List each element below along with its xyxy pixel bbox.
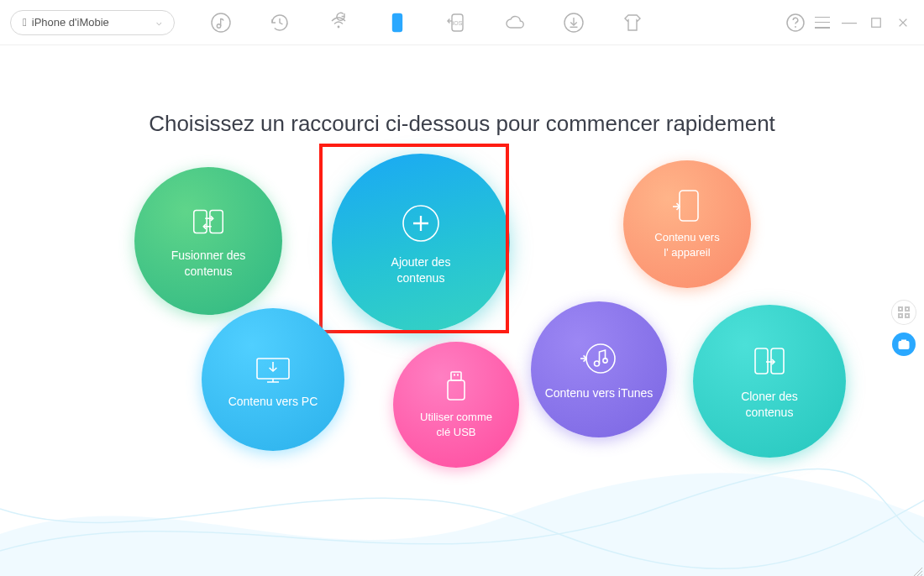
svg-rect-16 [448, 380, 465, 400]
svg-rect-10 [872, 18, 881, 27]
device-selector[interactable]:  iPhone d'iMobie ⌵ [10, 10, 175, 35]
shortcut-usb[interactable]: Utiliser comme clé USB [393, 342, 519, 468]
shortcut-clone[interactable]: Cloner des contenus [693, 305, 846, 458]
svg-rect-13 [680, 191, 698, 221]
toolbar-icons: iOS [208, 10, 645, 35]
chevron-down-icon: ⌵ [156, 17, 162, 28]
view-toggle [892, 301, 916, 356]
shortcut-merge-label: Fusionner des contenus [171, 248, 246, 280]
svg-point-21 [603, 358, 607, 362]
svg-point-19 [586, 344, 615, 373]
toolbar:  iPhone d'iMobie ⌵ iOS [0, 0, 924, 45]
history-icon[interactable] [267, 10, 292, 35]
minimize-button[interactable]: ― [838, 12, 860, 34]
svg-rect-24 [899, 307, 902, 311]
shortcut-to-pc-label: Contenu vers PC [228, 394, 318, 410]
shortcut-add-label: Ajouter des contenus [391, 254, 451, 286]
device-name: iPhone d'iMobie [32, 16, 109, 29]
help-button[interactable] [785, 12, 806, 34]
music-icon[interactable] [208, 10, 234, 35]
usb-icon [444, 369, 469, 403]
to-itunes-icon [579, 338, 619, 379]
shortcut-to-itunes-label: Contenu vers iTunes [545, 385, 654, 401]
wifi-refresh-icon[interactable] [326, 10, 351, 35]
download-icon[interactable] [561, 10, 586, 35]
svg-rect-4 [395, 14, 399, 15]
shortcut-to-device[interactable]: Contenu vers l' appareil [623, 160, 751, 288]
shortcut-usb-label: Utiliser comme clé USB [420, 410, 492, 439]
shortcut-clone-label: Cloner des contenus [741, 389, 798, 421]
svg-rect-11 [194, 211, 207, 233]
svg-point-2 [338, 25, 340, 28]
svg-rect-12 [210, 211, 223, 233]
svg-rect-28 [900, 342, 909, 348]
shortcut-to-itunes[interactable]: Contenu vers iTunes [531, 301, 667, 437]
svg-rect-17 [454, 374, 455, 376]
svg-text:iOS: iOS [453, 19, 463, 25]
menu-icon [815, 17, 830, 29]
svg-rect-27 [906, 314, 909, 317]
menu-button[interactable] [811, 12, 833, 34]
shortcut-add[interactable]: Ajouter des contenus [332, 154, 510, 332]
skin-icon[interactable] [620, 10, 645, 35]
shortcut-canvas: Fusionner des contenus Ajouter des conte… [0, 137, 924, 573]
svg-rect-18 [457, 374, 459, 376]
page-heading: Choisissez un raccourci ci-dessous pour … [0, 111, 924, 137]
to-pc-icon [252, 350, 294, 387]
phone-icon[interactable] [385, 10, 410, 35]
svg-rect-26 [899, 314, 902, 317]
apple-icon:  [23, 16, 27, 29]
to-device-icon [671, 188, 703, 223]
grid-view-button[interactable] [892, 301, 916, 324]
shortcut-to-pc[interactable]: Contenu vers PC [202, 308, 344, 451]
svg-point-9 [795, 26, 796, 28]
close-button[interactable] [892, 12, 914, 34]
resize-grip[interactable] [912, 564, 922, 574]
add-icon [396, 199, 445, 248]
ios-transfer-icon[interactable]: iOS [444, 10, 469, 35]
cloud-icon[interactable] [502, 10, 528, 35]
clone-icon [749, 342, 790, 382]
shortcut-view-button[interactable] [892, 333, 916, 356]
shortcut-to-device-label: Contenu vers l' appareil [654, 230, 719, 259]
svg-rect-15 [451, 372, 461, 380]
merge-icon [189, 202, 228, 241]
window-controls: ― [785, 12, 914, 34]
svg-point-20 [595, 361, 600, 366]
svg-rect-25 [906, 307, 909, 311]
svg-rect-22 [755, 348, 768, 374]
shortcut-merge[interactable]: Fusionner des contenus [134, 167, 282, 315]
maximize-button[interactable] [865, 12, 887, 34]
